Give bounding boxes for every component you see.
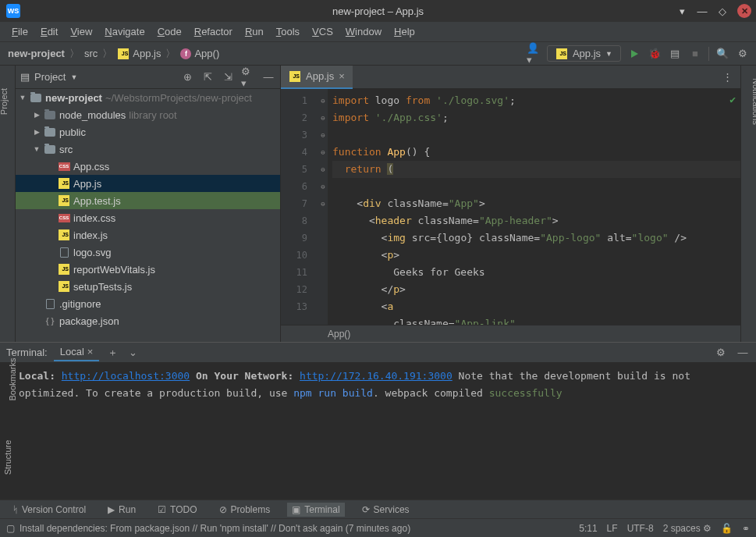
tree-item[interactable]: logo.svg — [16, 244, 280, 261]
terminal-output[interactable]: Local: http://localhost:3000 On Your Net… — [0, 363, 756, 500]
menu-code[interactable]: Code — [152, 23, 187, 40]
run-icon[interactable] — [627, 47, 641, 61]
terminal-panel: Terminal: Local× ＋ ⌄ ⚙ — Local: http://l… — [0, 342, 756, 500]
tree-root[interactable]: ▼ new-project ~/WebstormProjects/new-pro… — [16, 89, 280, 106]
status-processes-icon[interactable]: ⚭ — [742, 523, 750, 534]
titlebar: WS new-project – App.js ▾ — ◇ ✕ — [0, 0, 756, 22]
tree-item[interactable]: ▶node_modules library root — [16, 106, 280, 123]
coverage-icon[interactable]: ▤ — [668, 47, 682, 61]
settings-icon[interactable]: ⚙ — [736, 47, 750, 61]
tree-item[interactable]: ▶public — [16, 123, 280, 140]
project-panel-title[interactable]: ▤Project▼ — [20, 71, 77, 83]
editor-crumb[interactable]: App() — [281, 325, 740, 342]
stop-icon[interactable]: ■ — [688, 47, 702, 61]
rail-notifications[interactable]: Notifications — [751, 78, 756, 125]
debug-icon[interactable]: 🐞 — [648, 47, 662, 61]
menu-edit[interactable]: Edit — [35, 23, 63, 40]
minimize-icon[interactable]: — — [697, 5, 708, 16]
rail-structure[interactable]: Structure — [3, 440, 12, 475]
inspection-ok-icon[interactable]: ✔ — [729, 94, 736, 105]
editor-area: JS App.js × ⋮ 12345678910111213 ⊖⊖⊖⊖⊖⊖⊖ … — [281, 66, 740, 342]
breadcrumb-symbol[interactable]: App() — [194, 48, 219, 59]
status-encoding[interactable]: UTF-8 — [627, 523, 654, 534]
terminal-title: Terminal: — [6, 347, 48, 358]
tool-run[interactable]: ▶Run — [103, 503, 140, 517]
project-panel: ▤Project▼ ⊕ ⇱ ⇲ ⚙ ▾ — ▼ new-project ~/We… — [16, 66, 281, 342]
navbar: new-project 〉 src 〉 JSApp.js 〉 fApp() 👤▾… — [0, 42, 756, 66]
status-message[interactable]: Install dependencies: From package.json … — [20, 523, 410, 534]
tool-version-control[interactable]: ᛋVersion Control — [8, 503, 91, 517]
tree-item[interactable]: JSreportWebVitals.js — [16, 261, 280, 278]
menu-tools[interactable]: Tools — [271, 23, 305, 40]
hide-panel-icon[interactable]: — — [261, 70, 275, 84]
tab-close-icon[interactable]: × — [339, 70, 345, 82]
user-icon[interactable]: 👤▾ — [527, 47, 541, 61]
menu-file[interactable]: File — [6, 23, 34, 40]
menu-navigate[interactable]: Navigate — [99, 23, 150, 40]
app-icon: WS — [6, 4, 20, 18]
tool-todo[interactable]: ☑TODO — [153, 503, 201, 517]
tree-item[interactable]: JSsetupTests.js — [16, 278, 280, 295]
breadcrumb-file[interactable]: App.js — [133, 48, 161, 59]
tree-item[interactable]: .gitignore — [16, 295, 280, 312]
tree-item[interactable]: ▼src — [16, 140, 280, 158]
maximize-icon[interactable]: ◇ — [717, 5, 728, 16]
menubar: FileEditViewNavigateCodeRefactorRunTools… — [0, 22, 756, 42]
select-opened-icon[interactable]: ⊕ — [180, 70, 194, 84]
right-tool-rail[interactable]: Notifications — [740, 66, 756, 342]
tree-item[interactable]: { }package.json — [16, 312, 280, 329]
editor-tab-bar: JS App.js × ⋮ — [281, 66, 740, 89]
terminal-add-icon[interactable]: ＋ — [105, 346, 119, 360]
status-tool-icon[interactable]: ▢ — [6, 523, 15, 534]
rail-project[interactable]: Project — [0, 88, 9, 115]
breadcrumb-folder[interactable]: src — [83, 46, 99, 61]
menu-help[interactable]: Help — [389, 23, 421, 40]
status-bar: ▢ Install dependencies: From package.jso… — [0, 518, 756, 537]
rail-bookmarks[interactable]: Bookmarks — [8, 357, 17, 400]
window-tray-icon[interactable]: ▾ — [676, 5, 687, 16]
code-editor[interactable]: 12345678910111213 ⊖⊖⊖⊖⊖⊖⊖ import logo fr… — [281, 89, 740, 325]
close-icon[interactable]: ✕ — [737, 4, 751, 18]
menu-vcs[interactable]: VCS — [307, 23, 339, 40]
tool-terminal[interactable]: ▣Terminal — [287, 503, 344, 517]
terminal-dropdown-icon[interactable]: ⌄ — [126, 346, 140, 360]
terminal-hide-icon[interactable]: — — [736, 346, 750, 360]
tool-services[interactable]: ⟳Services — [357, 503, 414, 517]
status-indent[interactable]: 2 spaces — [663, 523, 701, 534]
menu-refactor[interactable]: Refactor — [189, 23, 238, 40]
tree-item[interactable]: CSSApp.css — [16, 158, 280, 175]
status-caret-pos[interactable]: 5:11 — [579, 523, 597, 534]
menu-run[interactable]: Run — [240, 23, 269, 40]
window-title: new-project – App.js — [332, 5, 424, 17]
terminal-settings-icon[interactable]: ⚙ — [714, 346, 728, 360]
tree-item[interactable]: JSindex.js — [16, 226, 280, 244]
panel-settings-icon[interactable]: ⚙ ▾ — [241, 70, 255, 84]
breadcrumb[interactable]: new-project 〉 src 〉 JSApp.js 〉 fApp() — [6, 46, 221, 61]
readonly-lock-icon[interactable]: 🔓 — [721, 523, 733, 534]
left-tool-rail[interactable]: Project — [0, 66, 16, 342]
menu-view[interactable]: View — [65, 23, 98, 40]
run-config-selector[interactable]: JS App.js ▼ — [547, 45, 621, 62]
editor-tab-app-js[interactable]: JS App.js × — [281, 66, 353, 89]
project-tree[interactable]: ▼ new-project ~/WebstormProjects/new-pro… — [16, 89, 280, 342]
tab-more-icon[interactable]: ⋮ — [715, 71, 740, 83]
tool-problems[interactable]: ⊘Problems — [215, 503, 275, 517]
expand-all-icon[interactable]: ⇱ — [201, 70, 215, 84]
tree-item[interactable]: JSApp.test.js — [16, 192, 280, 209]
run-config-label: App.js — [573, 48, 601, 59]
breadcrumb-project[interactable]: new-project — [8, 48, 65, 59]
svg-marker-0 — [631, 50, 638, 58]
tree-item[interactable]: JSApp.js — [16, 175, 280, 192]
collapse-all-icon[interactable]: ⇲ — [221, 70, 235, 84]
menu-window[interactable]: Window — [340, 23, 387, 40]
tree-item[interactable]: CSSindex.css — [16, 209, 280, 226]
search-icon[interactable]: 🔍 — [715, 47, 729, 61]
tool-window-bar: ᛋVersion Control▶Run☑TODO⊘Problems▣Termi… — [0, 500, 756, 518]
status-eol[interactable]: LF — [607, 523, 618, 534]
terminal-tab-close-icon[interactable]: × — [87, 346, 94, 357]
editor-tab-label: App.js — [306, 70, 334, 82]
terminal-tab-local[interactable]: Local× — [54, 343, 100, 361]
